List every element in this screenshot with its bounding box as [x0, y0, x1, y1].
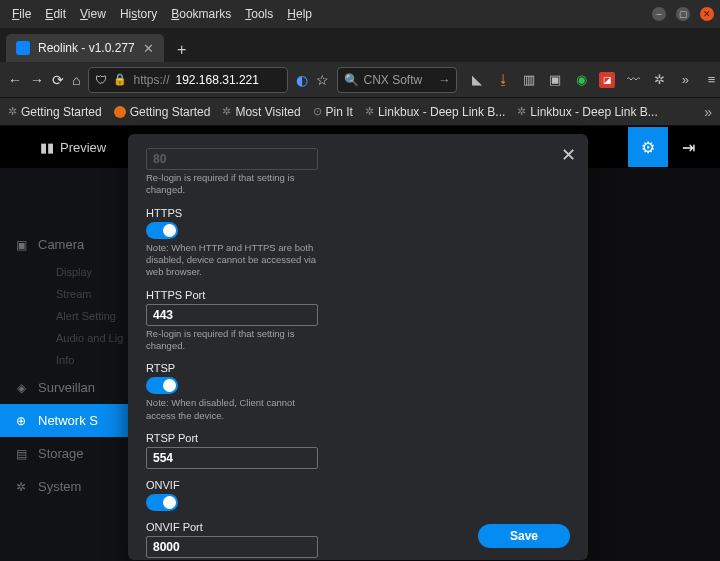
pin-icon: ⊙	[313, 105, 322, 118]
lock-icon: 🔒	[113, 73, 127, 86]
menubar: File Edit View History Bookmarks Tools H…	[6, 4, 318, 24]
permissions-icon[interactable]: ◐	[296, 70, 308, 90]
gear-icon: ⚙	[641, 138, 655, 157]
new-tab-button[interactable]: +	[170, 38, 194, 62]
window-close-button[interactable]: ✕	[700, 7, 714, 21]
library-icon[interactable]: ▥	[521, 72, 537, 88]
bookmarks-overflow-icon[interactable]: »	[704, 104, 712, 120]
search-icon: 🔍	[344, 73, 359, 87]
bookmark-label: Getting Started	[130, 105, 211, 119]
gear-icon: ✲	[14, 480, 28, 494]
onvif-port-field: ONVIF Port	[146, 521, 331, 558]
search-placeholder: CNX Softw	[363, 73, 422, 87]
disk-icon: ▤	[14, 447, 28, 461]
rtsp-field: RTSP Note: When disabled, Client cannot …	[146, 362, 331, 422]
sidebar-item-label: Storage	[38, 446, 84, 461]
bookmark-item[interactable]: ✲Getting Started	[8, 105, 102, 119]
bookmark-item[interactable]: ✲Most Visited	[222, 105, 300, 119]
menu-bookmarks[interactable]: Bookmarks	[165, 4, 237, 24]
toolbar-overflow-icon[interactable]: »	[677, 72, 693, 88]
http-port-hint: Re-login is required if that setting is …	[146, 172, 318, 197]
https-port-label: HTTPS Port	[146, 289, 331, 301]
bookmark-label: Pin It	[326, 105, 353, 119]
gear-icon: ✲	[517, 105, 526, 118]
ext-gear-icon[interactable]: ✲	[651, 72, 667, 88]
sidebar-item-label: System	[38, 479, 81, 494]
app-menu-icon[interactable]: ≡	[703, 72, 719, 88]
modal-close-button[interactable]: ✕	[561, 144, 576, 166]
https-toggle[interactable]	[146, 222, 178, 239]
bookmark-label: Linkbux - Deep Link B...	[378, 105, 505, 119]
search-go-icon[interactable]: →	[438, 73, 450, 87]
https-port-input[interactable]	[146, 304, 318, 326]
bookmark-item[interactable]: Getting Started	[114, 105, 211, 119]
rtsp-note: Note: When disabled, Client cannot acces…	[146, 397, 318, 422]
port-settings-modal: ✕ Re-login is required if that setting i…	[128, 134, 588, 560]
https-field: HTTPS Note: When HTTP and HTTPS are both…	[146, 207, 331, 279]
ext-cloud-icon[interactable]: 〰	[625, 72, 641, 88]
url-scheme: https://	[133, 73, 169, 87]
bookmark-label: Most Visited	[235, 105, 300, 119]
onvif-port-label: ONVIF Port	[146, 521, 331, 533]
menu-file[interactable]: File	[6, 4, 37, 24]
onvif-toggle[interactable]	[146, 494, 178, 511]
onvif-port-input[interactable]	[146, 536, 318, 558]
search-box[interactable]: 🔍 CNX Softw →	[337, 67, 457, 93]
nav-back-button[interactable]: ←	[8, 70, 22, 90]
sidebar-item-label: Camera	[38, 237, 84, 252]
toolbar-extensions: ◣ ⭳ ▥ ▣ ◉ ◪ 〰 ✲ » ≡	[469, 72, 719, 88]
window-maximize-button[interactable]: ▢	[676, 7, 690, 21]
menu-history[interactable]: History	[114, 4, 163, 24]
url-bar[interactable]: 🛡 🔒 https://192.168.31.221	[88, 67, 288, 93]
nav-toolbar: ← → ⟳ ⌂ 🛡 🔒 https://192.168.31.221 ◐ ☆ 🔍…	[0, 62, 720, 98]
gear-icon: ✲	[8, 105, 17, 118]
firefox-icon	[114, 106, 126, 118]
bookmark-item[interactable]: ⊙Pin It	[313, 105, 353, 119]
rtsp-toggle[interactable]	[146, 377, 178, 394]
menu-view[interactable]: View	[74, 4, 112, 24]
exit-icon: ⇥	[682, 138, 695, 157]
https-port-field: HTTPS Port Re-login is required if that …	[146, 289, 331, 353]
ext-red-icon[interactable]: ◪	[599, 72, 615, 88]
http-port-input[interactable]	[146, 148, 318, 170]
window-titlebar: File Edit View History Bookmarks Tools H…	[0, 0, 720, 28]
tab-preview[interactable]: ▮▮ Preview	[40, 140, 106, 155]
browser-tab[interactable]: Reolink - v1.0.277 ✕	[6, 34, 164, 62]
save-button[interactable]: Save	[478, 524, 570, 548]
gear-icon: ✲	[365, 105, 374, 118]
menu-tools[interactable]: Tools	[239, 4, 279, 24]
menu-edit[interactable]: Edit	[39, 4, 72, 24]
sidebar-item-label: Network S	[38, 413, 98, 428]
ext-green-icon[interactable]: ◉	[573, 72, 589, 88]
rtsp-port-label: RTSP Port	[146, 432, 331, 444]
https-note: Note: When HTTP and HTTPS are both disab…	[146, 242, 318, 279]
download-icon[interactable]: ⭳	[495, 72, 511, 88]
bookmark-label: Getting Started	[21, 105, 102, 119]
rtsp-label: RTSP	[146, 362, 331, 374]
onvif-field: ONVIF	[146, 479, 331, 511]
tab-close-icon[interactable]: ✕	[143, 41, 154, 56]
gear-icon: ✲	[222, 105, 231, 118]
https-port-hint: Re-login is required if that setting is …	[146, 328, 318, 353]
settings-button[interactable]: ⚙	[628, 127, 668, 167]
exit-button[interactable]: ⇥	[668, 127, 708, 167]
pocket-icon[interactable]: ◣	[469, 72, 485, 88]
nav-home-button[interactable]: ⌂	[72, 70, 80, 90]
reader-icon[interactable]: ▣	[547, 72, 563, 88]
bookmark-item[interactable]: ✲Linkbux - Deep Link B...	[365, 105, 505, 119]
url-host: 192.168.31.221	[176, 73, 259, 87]
https-label: HTTPS	[146, 207, 331, 219]
nav-forward-button[interactable]: →	[30, 70, 44, 90]
star-icon[interactable]: ☆	[316, 70, 329, 90]
nav-reload-button[interactable]: ⟳	[52, 70, 64, 90]
bookmark-item[interactable]: ✲Linkbux - Deep Link B...	[517, 105, 657, 119]
tab-favicon	[16, 41, 30, 55]
http-port-field: Re-login is required if that setting is …	[146, 148, 331, 197]
rtsp-port-input[interactable]	[146, 447, 318, 469]
globe-icon: ⊕	[14, 414, 28, 428]
camera-icon: ▣	[14, 238, 28, 252]
tab-strip: Reolink - v1.0.277 ✕ +	[0, 28, 720, 62]
window-minimize-button[interactable]: –	[652, 7, 666, 21]
tab-title: Reolink - v1.0.277	[38, 41, 135, 55]
menu-help[interactable]: Help	[281, 4, 318, 24]
